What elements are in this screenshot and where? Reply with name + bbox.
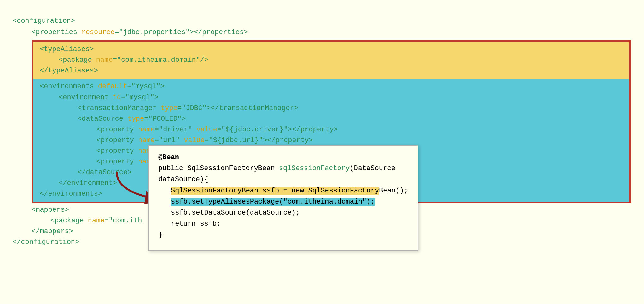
typealiases-section: <typeAliases> <package name="com.itheima… — [32, 41, 630, 79]
property-url: <property name="url" value="${jdbc.url}"… — [40, 135, 623, 146]
java-method-sig-2: dataSource){ — [158, 174, 408, 185]
java-ssfb-new: SqlSessionFactoryBean ssfb = new SqlSess… — [158, 185, 408, 196]
java-annotation-line: @Bean — [158, 152, 408, 163]
typealiases-package: <package name="com.itheima.domain"/> — [40, 55, 623, 66]
property-driver: <property name="driver" value="${jdbc.dr… — [40, 124, 623, 135]
java-return: return ssfb; — [158, 218, 408, 229]
java-settype: ssfb.setTypeAliasesPackage("com.itheima.… — [158, 196, 408, 207]
typealiases-close: </typeAliases> — [40, 66, 623, 76]
main-content: <configuration> <properties resource="jd… — [13, 9, 631, 254]
environments-open: <environments default="mysql"> — [40, 81, 623, 92]
java-code-popup: @Bean public SqlSessionFactoryBean sqlSe… — [148, 145, 418, 251]
xml-configuration-open: <configuration> — [13, 16, 631, 26]
environment-open: <environment id="mysql"> — [40, 92, 623, 103]
java-setdatasource: ssfb.setDataSource(dataSource); — [158, 207, 408, 218]
java-closing-brace: } — [158, 229, 408, 240]
transaction-manager: <transactionManager type="JDBC"></transa… — [40, 103, 623, 114]
java-method-sig-1: public SqlSessionFactoryBean sqlSessionF… — [158, 163, 408, 174]
datasource-open: <dataSource type="POOLED"> — [40, 114, 623, 124]
typealiases-open: <typeAliases> — [40, 44, 623, 55]
xml-properties-line: <properties resource="jdbc.properties"><… — [13, 27, 631, 38]
